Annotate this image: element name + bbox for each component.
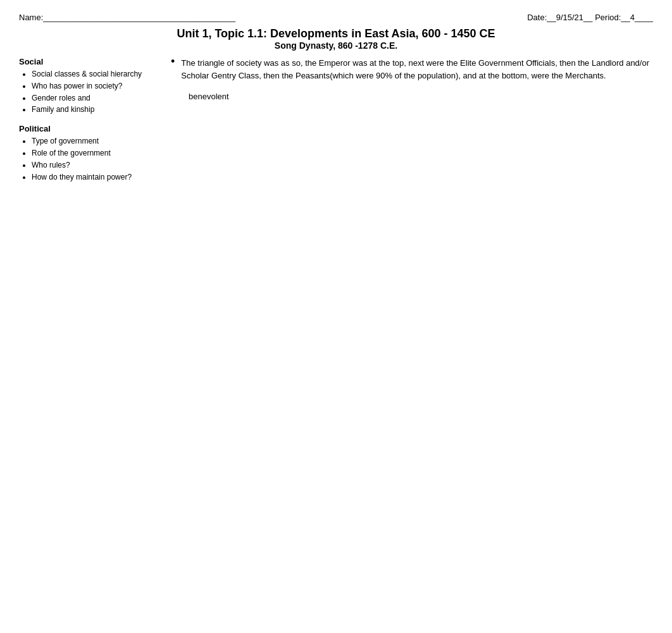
list-item: Gender roles and bbox=[32, 93, 152, 104]
period-value: __4____ bbox=[621, 13, 653, 22]
list-item: Who rules? bbox=[32, 160, 152, 171]
main-content: • The triangle of society was as so, the… bbox=[158, 57, 653, 191]
name-label: Name: bbox=[19, 13, 43, 22]
sub-title: Song Dynasty, 860 -1278 C.E. bbox=[19, 40, 653, 51]
content-bullet-1: • The triangle of society was as so, the… bbox=[171, 57, 653, 82]
date-label: Date: bbox=[527, 13, 547, 22]
bullet-dot-icon: • bbox=[171, 56, 175, 67]
list-item: Role of the government bbox=[32, 148, 152, 159]
political-list: Type of government Role of the governmen… bbox=[19, 136, 152, 182]
social-list: Social classes & social hierarchy Who ha… bbox=[19, 69, 152, 115]
content-area: Social Social classes & social hierarchy… bbox=[19, 57, 653, 191]
benevolent-word: benevolent bbox=[189, 92, 653, 101]
date-period-field: Date:__9/15/21__ Period:__4____ bbox=[527, 13, 653, 22]
date-value: __9/15/21__ bbox=[547, 13, 592, 22]
main-title: Unit 1, Topic 1.1: Developments in East … bbox=[19, 27, 653, 40]
period-label: Period: bbox=[595, 13, 621, 22]
title-section: Unit 1, Topic 1.1: Developments in East … bbox=[19, 27, 653, 51]
name-underline: ________________________________________… bbox=[43, 13, 235, 22]
header-line: Name:___________________________________… bbox=[19, 13, 653, 22]
political-heading: Political bbox=[19, 124, 152, 133]
list-item: Family and kinship bbox=[32, 104, 152, 115]
list-item: Social classes & social hierarchy bbox=[32, 69, 152, 80]
list-item: Type of government bbox=[32, 136, 152, 147]
name-field: Name:___________________________________… bbox=[19, 13, 235, 22]
list-item: Who has power in society? bbox=[32, 81, 152, 92]
social-heading: Social bbox=[19, 57, 152, 66]
content-text-1: The triangle of society was as so, the E… bbox=[181, 57, 653, 82]
left-sidebar: Social Social classes & social hierarchy… bbox=[19, 57, 158, 191]
list-item: How do they maintain power? bbox=[32, 172, 152, 183]
